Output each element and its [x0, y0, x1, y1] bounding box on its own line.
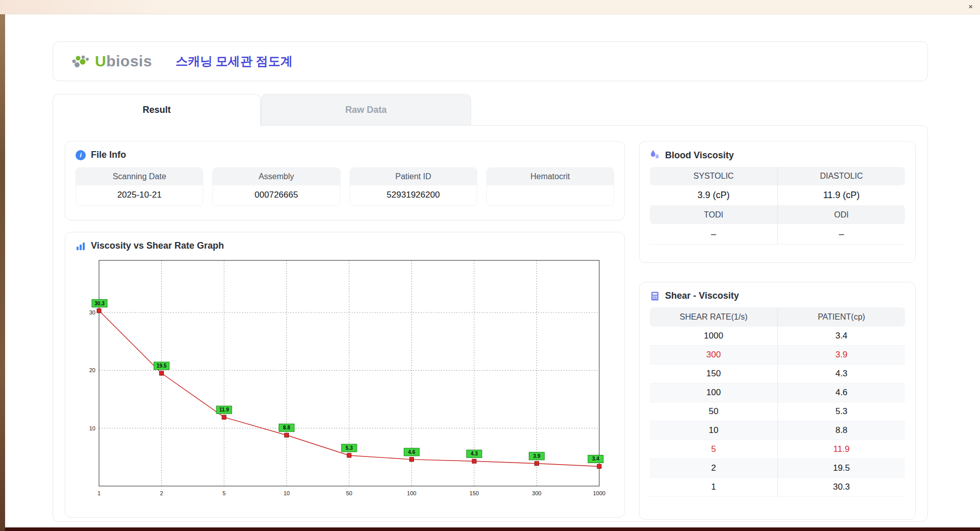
data-point: [160, 371, 164, 375]
x-tick-label: 5: [223, 490, 226, 496]
patient-viscosity-cell: 4.6: [777, 383, 905, 402]
field-label: Scanning Date: [76, 168, 203, 185]
svg-text:5.3: 5.3: [346, 445, 353, 451]
table-row: 130.3: [650, 478, 905, 497]
patient-viscosity-cell: 4.3: [777, 365, 905, 383]
info-icon: i: [76, 150, 86, 160]
ubiosis-logo: Ubiosis: [70, 53, 152, 70]
table-row: 3.9 (cP) 11.9 (cP): [650, 185, 905, 206]
x-tick-label: 10: [283, 490, 289, 496]
leaf-dots-icon: [70, 54, 91, 68]
patient-header: PATIENT(cp): [777, 307, 905, 327]
data-point: [97, 309, 101, 313]
shear-rate-cell: 1: [650, 478, 777, 497]
x-tick-label: 50: [346, 490, 352, 496]
droplets-icon: [650, 150, 660, 161]
card-title-text: File Info: [91, 150, 126, 160]
file-info-fields: Scanning Date2025-10-21Assembly000726665…: [76, 167, 614, 206]
shear-rate-cell: 5: [650, 440, 777, 459]
field-value: 52931926200: [350, 185, 477, 205]
shear-rate-cell: 300: [650, 346, 777, 365]
x-tick-label: 100: [407, 490, 416, 496]
data-point: [535, 462, 539, 466]
shear-rate-cell: 100: [650, 383, 777, 402]
table-row: TODI ODI: [650, 206, 905, 224]
shear-viscosity-title: Shear - Viscosity: [650, 291, 905, 301]
todi-header: TODI: [650, 206, 777, 224]
graph-title: Viscosity vs Shear Rate Graph: [76, 240, 614, 251]
logo-text: Ubiosis: [95, 53, 152, 70]
svg-text:8.8: 8.8: [283, 425, 290, 430]
y-tick-label: 30: [89, 309, 95, 316]
odi-header: ODI: [777, 206, 905, 224]
svg-text:3.4: 3.4: [592, 456, 599, 462]
window-titlebar: ×: [0, 0, 980, 14]
patient-viscosity-cell: 8.8: [777, 421, 905, 440]
table-row: 3003.9: [650, 346, 905, 365]
shear-rate-cell: 1000: [650, 327, 777, 346]
shear-viscosity-table: SHEAR RATE(1/s) PATIENT(cp) 10003.43003.…: [650, 307, 905, 497]
table-row: 219.5: [650, 459, 905, 478]
content-panel: i File Info Scanning Date2025-10-21Assem…: [53, 125, 928, 522]
svg-text:11.9: 11.9: [219, 407, 229, 413]
tab-raw-data[interactable]: Raw Data: [261, 94, 471, 125]
card-title-text: Shear - Viscosity: [665, 291, 739, 301]
patient-viscosity-cell: 11.9: [777, 440, 905, 459]
table-row: SYSTOLIC DIASTOLIC: [650, 167, 905, 185]
desktop-left-edge: [0, 14, 5, 531]
file-info-title: i File Info: [76, 150, 614, 160]
data-point: [410, 457, 414, 462]
patient-viscosity-cell: 3.4: [777, 327, 905, 346]
x-tick-label: 150: [470, 490, 479, 496]
file-info-card: i File Info Scanning Date2025-10-21Assem…: [65, 141, 625, 221]
shear-viscosity-card: Shear - Viscosity SHEAR RATE(1/s) PATIEN…: [639, 282, 916, 520]
x-tick-label: 2: [160, 490, 163, 496]
data-point: [472, 459, 476, 463]
blood-viscosity-card: Blood Viscosity SYSTOLIC DIASTOLIC 3.9 (…: [639, 141, 916, 263]
field-label: Assembly: [213, 168, 339, 185]
shear-rate-cell: 50: [650, 402, 777, 421]
file-info-field: Assembly000726665: [212, 167, 340, 206]
bar-chart-icon: [76, 241, 86, 251]
table-row: 505.3: [650, 402, 905, 421]
data-point: [347, 453, 351, 457]
app-header: Ubiosis 스캐닝 모세관 점도계: [53, 41, 928, 81]
patient-viscosity-cell: 5.3: [777, 402, 905, 421]
plot-area: 1020301251050100150300100030.319.511.98.…: [76, 253, 614, 505]
patient-viscosity-cell: 3.9: [777, 346, 905, 365]
tab-result[interactable]: Result: [53, 94, 261, 126]
field-value: [487, 185, 614, 205]
svg-text:4.3: 4.3: [471, 451, 478, 456]
data-point: [597, 464, 601, 468]
table-row: 10003.4: [650, 327, 905, 346]
diastolic-value: 11.9 (cP): [777, 185, 905, 206]
x-tick-label: 300: [532, 490, 541, 496]
systolic-value: 3.9 (cP): [650, 185, 777, 206]
svg-text:4.6: 4.6: [408, 449, 415, 455]
file-info-field: Patient ID52931926200: [350, 167, 477, 206]
viscosity-chart: 1020301251050100150300100030.319.511.98.…: [76, 253, 608, 503]
blood-viscosity-title: Blood Viscosity: [650, 150, 905, 161]
card-title-text: Blood Viscosity: [665, 150, 734, 161]
table-row: 1004.6: [650, 383, 905, 402]
close-icon[interactable]: ×: [968, 3, 973, 11]
app-window: Ubiosis 스캐닝 모세관 점도계 Result Raw Data i Fi…: [5, 14, 980, 527]
svg-text:30.3: 30.3: [94, 301, 105, 306]
file-info-field: Hematocrit: [486, 167, 614, 206]
y-tick-label: 20: [89, 367, 95, 373]
todi-value: –: [650, 224, 777, 245]
table-row: – –: [650, 224, 905, 245]
tab-bar: Result Raw Data: [53, 94, 471, 126]
table-header-row: SHEAR RATE(1/s) PATIENT(cp): [650, 307, 905, 327]
table-row: 1504.3: [650, 365, 905, 383]
data-point: [285, 433, 289, 437]
file-info-field: Scanning Date2025-10-21: [76, 167, 203, 206]
svg-text:3.9: 3.9: [533, 453, 541, 459]
field-label: Hematocrit: [487, 168, 614, 185]
field-value: 2025-10-21: [76, 185, 203, 205]
table-row: 511.9: [650, 440, 905, 459]
card-title-text: Viscosity vs Shear Rate Graph: [91, 240, 224, 251]
svg-text:19.5: 19.5: [157, 363, 167, 369]
y-tick-label: 10: [89, 425, 95, 431]
x-tick-label: 1: [97, 490, 101, 496]
